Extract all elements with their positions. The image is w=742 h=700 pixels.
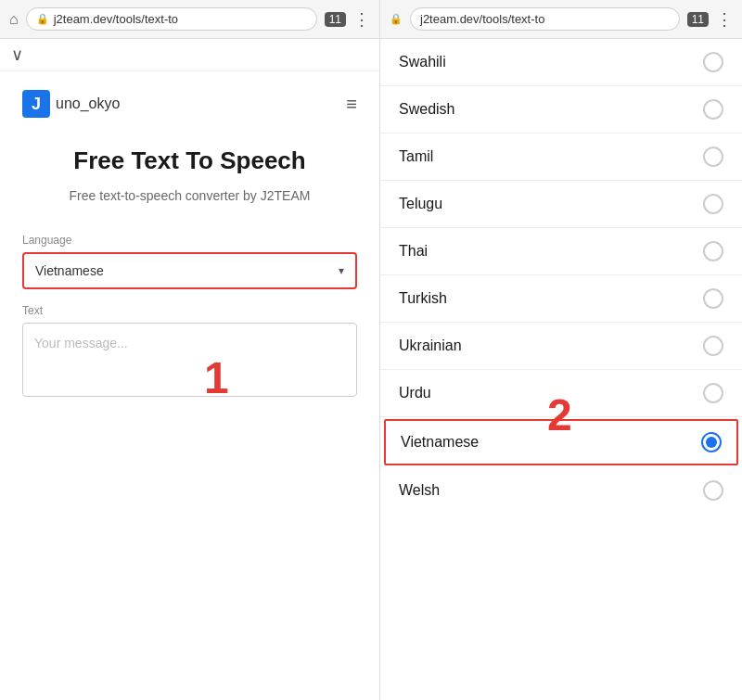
url-text-right: j2team.dev/tools/text-to [420,12,544,26]
language-select-value: Vietnamese [35,263,104,278]
tab-count-right[interactable]: 11 [687,12,709,27]
right-browser-bar: 🔒 j2team.dev/tools/text-to 11 ⋮ [380,0,742,39]
dropdown-item-label: Vietnamese [401,434,479,451]
dropdown-item[interactable]: Tamil [380,134,742,181]
dropdown-item-label: Ukrainian [399,337,462,354]
dropdown-item-label: Telugu [399,196,442,212]
radio-button[interactable] [703,52,723,72]
hamburger-icon[interactable]: ≡ [346,94,357,115]
dropdown-item[interactable]: Ukrainian [380,323,742,370]
right-panel: 🔒 j2team.dev/tools/text-to 11 ⋮ SwahiliS… [380,0,742,700]
url-bar-left[interactable]: 🔒 j2team.dev/tools/text-to [26,7,317,31]
dropdown-item-label: Swahili [399,54,446,70]
url-bar-right[interactable]: j2team.dev/tools/text-to [410,7,680,31]
lock-icon-left: 🔒 [36,13,49,25]
dropdown-item-label: Thai [399,243,428,260]
hero-subtitle: Free text-to-speech converter by J2TEAM [22,186,357,206]
back-arrow-left[interactable]: ∨ [11,45,23,64]
dropdown-item[interactable]: Welsh [380,467,742,514]
annotation-1: 1 [204,352,229,403]
annotation-2: 2 [547,389,572,440]
dropdown-item-label: Urdu [399,385,431,401]
dropdown-item[interactable]: Swahili [380,39,742,86]
select-arrow-icon: ▾ [339,264,344,277]
radio-button[interactable] [701,432,722,452]
radio-button[interactable] [703,480,723,501]
language-dropdown-list: SwahiliSwedishTamilTeluguThaiTurkishUkra… [380,39,742,700]
dropdown-item[interactable]: Telugu [380,181,742,228]
logo-name: uno_okyo [56,95,120,112]
dropdown-item[interactable]: Swedish [380,86,742,134]
language-select[interactable]: Vietnamese ▾ [22,252,357,289]
left-panel: ⌂ 🔒 j2team.dev/tools/text-to 11 ⋮ ∨ J un… [0,0,380,700]
left-browser-bar: ⌂ 🔒 j2team.dev/tools/text-to 11 ⋮ [0,0,379,39]
radio-button[interactable] [703,288,723,309]
dropdown-item[interactable]: Thai [380,228,742,275]
radio-button[interactable] [703,336,723,356]
radio-button[interactable] [703,383,723,403]
hero-title: Free Text To Speech [22,146,357,177]
menu-dots-right[interactable]: ⋮ [716,9,733,30]
hero-section: Free Text To Speech Free text-to-speech … [22,146,357,206]
dropdown-item[interactable]: Turkish [380,275,742,323]
radio-button[interactable] [703,146,723,167]
lock-icon-right: 🔒 [390,13,403,25]
message-input[interactable]: Your message... [22,323,357,397]
language-label: Language [22,234,357,247]
radio-button[interactable] [703,241,723,261]
site-header: J uno_okyo ≡ [22,90,357,118]
url-text-left: j2team.dev/tools/text-to [54,12,178,26]
left-page-content: J uno_okyo ≡ Free Text To Speech Free te… [0,71,379,700]
language-form-section: Language Vietnamese ▾ [22,234,357,289]
logo-container: J uno_okyo [22,90,120,118]
radio-button[interactable] [703,194,723,214]
logo-icon: J [22,90,50,118]
radio-button[interactable] [703,99,723,120]
tab-count-left[interactable]: 11 [325,12,346,27]
message-placeholder: Your message... [34,336,128,350]
dropdown-item-label: Turkish [399,290,447,307]
menu-dots-left[interactable]: ⋮ [353,9,370,30]
home-icon[interactable]: ⌂ [9,11,19,28]
browser-nav-left: ∨ [0,39,379,71]
dropdown-item-label: Swedish [399,101,454,118]
dropdown-item-label: Welsh [399,482,440,499]
dropdown-item-label: Tamil [399,148,433,165]
text-form-section: Text Your message... [22,304,357,397]
text-label: Text [22,304,357,317]
